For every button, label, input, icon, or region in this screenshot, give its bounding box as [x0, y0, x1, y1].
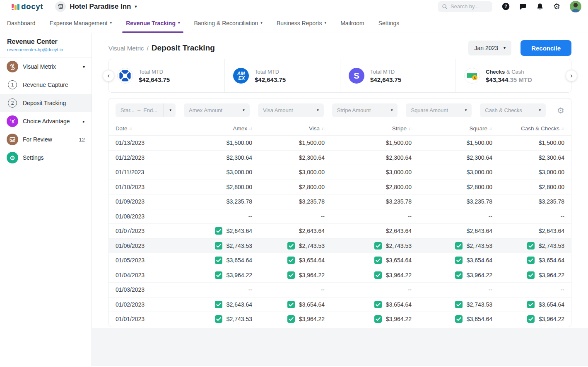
filter-cash-checks[interactable]: Cash & Checks▾ [480, 103, 546, 117]
amount-cell: $3,000.00 [412, 169, 492, 175]
column-header-cash-checks[interactable]: Cash & Checks↓↑ [492, 125, 564, 132]
reconciled-checkbox[interactable] [215, 271, 222, 279]
reconciled-checkbox[interactable] [215, 242, 222, 249]
reconciled-checkbox[interactable] [455, 271, 463, 279]
amount-value: $3,654.64 [227, 257, 252, 264]
column-header-date[interactable]: Date↓↑ [116, 125, 194, 132]
reconciled-checkbox[interactable] [527, 242, 535, 249]
reconciled-checkbox[interactable] [374, 242, 382, 249]
period-label: Jan 2023 [474, 45, 498, 51]
reconciled-checkbox[interactable] [374, 301, 382, 308]
amount-cell: $3,235.78 [412, 198, 492, 205]
column-header-stripe[interactable]: Stripe↓↑ [325, 125, 412, 132]
settings-icon[interactable]: ⚙ [553, 2, 560, 10]
filter-square-amount[interactable]: Square Amount▾ [406, 103, 472, 117]
amount-value: $2,300.64 [386, 154, 412, 161]
sort-icon: ↓↑ [408, 126, 412, 131]
nav-item-revenue-tracking[interactable]: Revenue Tracking▾ [119, 13, 187, 33]
sidebar-item-for-review[interactable]: For Review12 [0, 130, 92, 149]
sidebar-item-label: Settings [23, 154, 85, 161]
amount-value: $1,500.00 [539, 139, 564, 146]
nav-item-mailroom[interactable]: Mailroom [333, 13, 371, 33]
reconciled-checkbox[interactable] [527, 301, 535, 308]
cards-next-button[interactable]: › [566, 70, 577, 82]
nav-item-label: Dashboard [7, 20, 36, 26]
sidebar-item-revenue-capture[interactable]: 1Revenue Capture [0, 76, 92, 94]
sidebar-item-visual-metrix[interactable]: $Visual Metrix▾ [0, 58, 92, 76]
chat-icon[interactable] [519, 3, 527, 10]
docyt-logo[interactable]: docyt [12, 2, 43, 11]
card-label: Total MTD [255, 69, 286, 75]
reconciled-checkbox[interactable] [374, 315, 382, 323]
nav-item-dashboard[interactable]: Dashboard [0, 13, 43, 33]
nav-item-label: Revenue Tracking [126, 20, 176, 26]
notifications-icon[interactable] [536, 3, 544, 10]
shell: Revenue Center revenuecenter-hp@docyt.io… [0, 33, 588, 366]
amount-cell: $2,743.53 [412, 301, 492, 308]
page-header: Visual Metric / Deposit Tracking Jan 202… [108, 39, 571, 57]
search-box[interactable] [438, 1, 492, 12]
nav-item-settings[interactable]: Settings [371, 13, 407, 33]
amount-cell: $3,964.22 [412, 271, 492, 279]
amount-cell: $2,300.64 [252, 154, 325, 161]
reconciled-checkbox[interactable] [374, 271, 382, 279]
cash-icon: $ [464, 68, 480, 84]
amount-value: -- [489, 286, 492, 293]
reconciled-checkbox[interactable] [287, 301, 295, 308]
filter-date-range[interactable]: Star...–End...▾ [116, 103, 176, 117]
reconciled-checkbox[interactable] [527, 257, 535, 264]
reconciled-checkbox[interactable] [455, 315, 463, 323]
amount-cell: $3,964.22 [325, 315, 412, 323]
reconciled-checkbox[interactable] [287, 257, 295, 264]
amount-cell: $3,654.64 [325, 257, 412, 264]
date-range-dash: – [137, 107, 140, 113]
amount-cell: $3,235.78 [252, 198, 325, 205]
workspace-switcher[interactable]: Hotel Paradise Inn ▾ [55, 1, 137, 12]
reconciled-checkbox[interactable] [374, 257, 382, 264]
table-settings-icon[interactable]: ⚙ [557, 106, 564, 115]
table-row: 01/10/2023$2,800.00$2,800.00$2,800.00$2,… [109, 180, 571, 194]
reconciled-checkbox[interactable] [527, 271, 535, 279]
reconciled-checkbox[interactable] [455, 301, 463, 308]
reconciled-checkbox[interactable] [287, 242, 295, 249]
reconciled-checkbox[interactable] [455, 242, 463, 249]
reconciled-checkbox[interactable] [455, 257, 463, 264]
column-label: Stripe [392, 125, 407, 132]
column-header-square[interactable]: Square↓↑ [412, 125, 492, 132]
column-header-amex[interactable]: Amex↓↑ [194, 125, 252, 132]
filter-amex-amount[interactable]: Amex Amount▾ [184, 103, 250, 117]
summary-card-checks-cash: $Checks & Cash$43,344.35 MTD [455, 59, 571, 92]
reconcile-button[interactable]: Reconcile [521, 40, 571, 56]
sidebar-item-choice-advantage[interactable]: $Choice Advantage▸ [0, 112, 92, 130]
reconciled-checkbox[interactable] [215, 301, 222, 308]
column-label: Date [116, 125, 128, 132]
reconciled-checkbox[interactable] [215, 257, 222, 264]
nav-item-expense-management[interactable]: Expense Management▾ [43, 13, 119, 33]
cards-prev-button[interactable]: ‹ [103, 70, 114, 82]
nav-item-banking-reconciliation[interactable]: Banking & Reconciliation▾ [187, 13, 269, 33]
filter-visa-amount[interactable]: Visa Amount▾ [258, 103, 324, 117]
main-content: Visual Metric / Deposit Tracking Jan 202… [92, 33, 588, 366]
reconciled-checkbox[interactable] [527, 315, 535, 323]
amount-value: $3,654.64 [467, 257, 492, 264]
sidebar-item-settings[interactable]: ⚙Settings [0, 149, 92, 167]
user-avatar[interactable] [570, 1, 581, 12]
period-dropdown[interactable]: Jan 2023 ▾ [468, 41, 511, 55]
help-icon[interactable]: ? [502, 2, 510, 10]
date-cell: 01/05/2023 [116, 257, 194, 264]
reconciled-checkbox[interactable] [287, 271, 295, 279]
page-title: Deposit Tracking [152, 43, 215, 53]
nav-item-business-reports[interactable]: Business Reports▾ [270, 13, 333, 33]
amount-value: $3,654.64 [539, 257, 564, 264]
sidebar-email[interactable]: revenuecenter-hp@docyt.io [7, 47, 84, 52]
amount-value: $3,000.00 [299, 169, 325, 175]
breadcrumb-parent[interactable]: Visual Metric [108, 45, 144, 52]
reconciled-checkbox[interactable] [287, 315, 295, 323]
reconciled-checkbox[interactable] [215, 227, 222, 235]
reconciled-checkbox[interactable] [215, 315, 222, 323]
sidebar-item-deposit-tracking[interactable]: 2Deposit Tracking [0, 94, 92, 112]
amount-cell: $3,000.00 [252, 169, 325, 175]
column-header-visa[interactable]: Visa↓↑ [252, 125, 325, 132]
filter-stripe-amount[interactable]: Stripe Amount▾ [332, 103, 398, 117]
search-input[interactable] [451, 3, 488, 10]
